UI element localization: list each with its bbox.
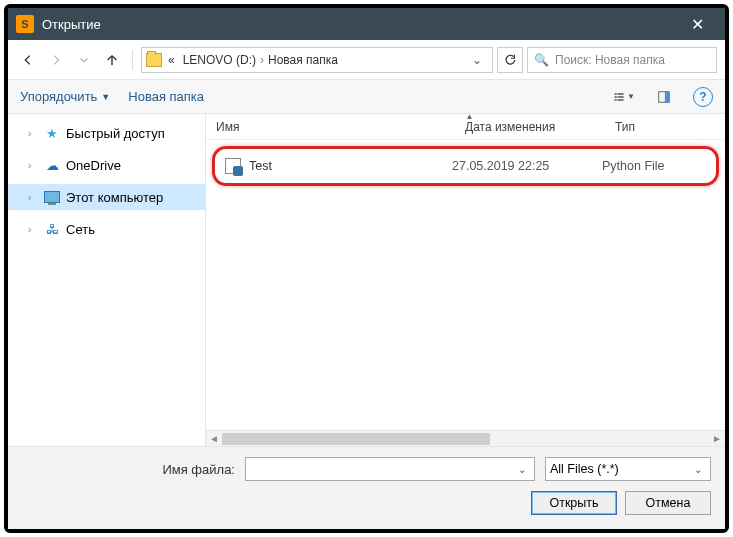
python-file-icon (225, 158, 241, 174)
scroll-left-icon[interactable]: ◄ (206, 433, 222, 444)
breadcrumb-part[interactable]: LENOVO (D:) (183, 53, 256, 67)
new-folder-button[interactable]: Новая папка (128, 89, 204, 104)
search-placeholder: Поиск: Новая папка (555, 53, 665, 67)
search-input[interactable]: 🔍 Поиск: Новая папка (527, 47, 717, 73)
svg-rect-7 (665, 91, 669, 102)
dialog-footer: Имя файла: ⌄ All Files (*.*) ⌄ Открыть О… (8, 446, 725, 529)
svg-rect-4 (615, 99, 617, 101)
refresh-button[interactable] (497, 47, 523, 73)
sidebar-item-this-pc[interactable]: › Этот компьютер (8, 184, 205, 210)
file-type-filter[interactable]: All Files (*.*) ⌄ (545, 457, 711, 481)
scroll-right-icon[interactable]: ► (709, 433, 725, 444)
column-headers: Имя ▲ Дата изменения Тип (206, 114, 725, 140)
column-header-date[interactable]: Дата изменения (465, 120, 615, 134)
chevron-down-icon[interactable]: ⌄ (514, 464, 530, 475)
file-type: Python File (602, 159, 712, 173)
sidebar-item-label: Этот компьютер (66, 190, 163, 205)
network-icon: 🖧 (44, 221, 60, 237)
forward-button[interactable] (44, 48, 68, 72)
filename-input[interactable]: ⌄ (245, 457, 535, 481)
expand-icon[interactable]: › (28, 224, 38, 235)
close-button[interactable]: ✕ (677, 15, 717, 34)
back-button[interactable] (16, 48, 40, 72)
file-list-area: Имя ▲ Дата изменения Тип Test 27.05.2019… (206, 114, 725, 446)
breadcrumb-dropdown[interactable]: ⌄ (466, 53, 488, 67)
sidebar-item-label: Быстрый доступ (66, 126, 165, 141)
scrollbar-thumb[interactable] (222, 433, 490, 445)
open-dialog: S Открытие ✕ « LENOVO (D:) › Новая папка… (4, 4, 729, 533)
chevron-down-icon: ▼ (101, 92, 110, 102)
window-title: Открытие (42, 17, 101, 32)
chevron-down-icon[interactable]: ⌄ (690, 464, 706, 475)
address-bar: « LENOVO (D:) › Новая папка ⌄ 🔍 Поиск: Н… (8, 40, 725, 80)
sidebar-item-network[interactable]: › 🖧 Сеть (8, 216, 205, 242)
help-button[interactable]: ? (693, 87, 713, 107)
up-button[interactable] (100, 48, 124, 72)
sidebar-item-onedrive[interactable]: › ☁ OneDrive (8, 152, 205, 178)
search-icon: 🔍 (534, 53, 549, 67)
recent-locations-button[interactable] (72, 48, 96, 72)
pc-icon (44, 189, 60, 205)
breadcrumb-part[interactable]: Новая папка (268, 53, 338, 67)
breadcrumb-root: « (168, 53, 175, 67)
horizontal-scrollbar[interactable]: ◄ ► (206, 430, 725, 446)
column-header-name[interactable]: Имя (216, 120, 465, 134)
preview-pane-button[interactable] (653, 87, 675, 107)
svg-rect-3 (618, 96, 624, 98)
breadcrumb[interactable]: « LENOVO (D:) › Новая папка ⌄ (141, 47, 493, 73)
sidebar: › ★ Быстрый доступ › ☁ OneDrive › Этот к… (8, 114, 206, 446)
titlebar: S Открытие ✕ (8, 8, 725, 40)
filename-label: Имя файла: (85, 462, 235, 477)
cancel-button[interactable]: Отмена (625, 491, 711, 515)
file-row[interactable]: Test 27.05.2019 22:25 Python File (219, 153, 712, 179)
open-button[interactable]: Открыть (531, 491, 617, 515)
dialog-body: › ★ Быстрый доступ › ☁ OneDrive › Этот к… (8, 114, 725, 446)
file-name: Test (249, 159, 452, 173)
expand-icon[interactable]: › (28, 192, 38, 203)
folder-icon (146, 53, 162, 67)
sidebar-item-label: Сеть (66, 222, 95, 237)
sidebar-item-quick-access[interactable]: › ★ Быстрый доступ (8, 120, 205, 146)
onedrive-icon: ☁ (44, 157, 60, 173)
expand-icon[interactable]: › (28, 128, 38, 139)
file-date: 27.05.2019 22:25 (452, 159, 602, 173)
app-icon: S (16, 15, 34, 33)
svg-rect-1 (618, 93, 624, 95)
sidebar-item-label: OneDrive (66, 158, 121, 173)
svg-rect-2 (615, 96, 617, 98)
sort-asc-icon: ▲ (466, 114, 474, 121)
expand-icon[interactable]: › (28, 160, 38, 171)
svg-rect-0 (615, 93, 617, 95)
view-options-button[interactable]: ▼ (613, 87, 635, 107)
column-header-type[interactable]: Тип (615, 120, 725, 134)
quick-access-icon: ★ (44, 125, 60, 141)
filter-value: All Files (*.*) (550, 462, 619, 476)
highlight-annotation: Test 27.05.2019 22:25 Python File (212, 146, 719, 186)
svg-rect-5 (618, 99, 624, 101)
organize-menu[interactable]: Упорядочить▼ (20, 89, 110, 104)
toolbar: Упорядочить▼ Новая папка ▼ ? (8, 80, 725, 114)
chevron-right-icon: › (260, 53, 264, 67)
